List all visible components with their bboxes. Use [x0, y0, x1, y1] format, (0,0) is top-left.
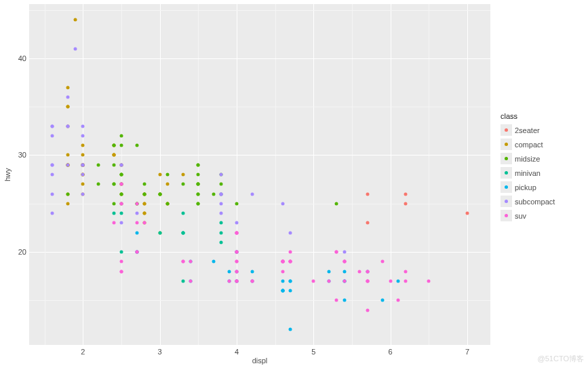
data-point: [143, 221, 146, 225]
gridline-v: [391, 4, 391, 345]
data-point: [66, 105, 69, 109]
data-point: [227, 270, 231, 273]
data-point: [135, 202, 138, 205]
legend-point-icon: [505, 143, 508, 146]
data-point: [404, 202, 408, 205]
data-point: [112, 144, 115, 147]
data-point: [66, 153, 69, 157]
legend-point-icon: [505, 214, 508, 217]
data-point: [335, 251, 338, 254]
gridline-h: [29, 155, 490, 155]
data-point: [66, 124, 69, 128]
data-point: [112, 212, 115, 215]
legend-item: midsize: [501, 153, 555, 164]
legend-title: class: [501, 112, 555, 120]
legend-item: pickup: [501, 181, 555, 193]
data-point: [120, 260, 123, 263]
data-point: [135, 144, 138, 147]
x-tick: 5: [311, 348, 315, 356]
data-point: [81, 163, 85, 166]
data-point: [143, 183, 146, 186]
legend-swatch: [501, 210, 512, 221]
scatter-chart: displ hwy class 2seatercompactmidsizemin…: [0, 0, 588, 366]
data-point: [220, 221, 223, 225]
data-point: [404, 192, 408, 196]
legend-point-icon: [505, 171, 508, 175]
data-point: [181, 212, 184, 215]
data-point: [74, 18, 77, 21]
x-tick: 4: [235, 348, 239, 356]
data-point: [135, 251, 138, 254]
data-point: [181, 231, 184, 234]
data-point: [51, 124, 54, 128]
data-point: [158, 231, 161, 234]
data-point: [335, 299, 338, 302]
legend-point-icon: [505, 185, 508, 189]
data-point: [289, 251, 292, 254]
data-point: [342, 299, 346, 302]
gridline-minor-h: [29, 107, 490, 107]
data-point: [342, 251, 346, 254]
data-point: [120, 134, 123, 137]
data-point: [181, 173, 184, 177]
x-tick: 3: [158, 348, 162, 356]
legend-swatch: [501, 181, 512, 193]
data-point: [197, 173, 200, 177]
data-point: [197, 202, 200, 205]
data-point: [120, 173, 123, 177]
data-point: [289, 260, 292, 263]
legend-label: 2seater: [515, 126, 540, 134]
data-point: [120, 144, 123, 147]
legend-label: midsize: [515, 155, 540, 163]
gridline-v: [313, 4, 314, 345]
data-point: [404, 279, 408, 282]
data-point: [235, 279, 239, 282]
x-tick: 2: [81, 348, 85, 356]
data-point: [366, 279, 369, 282]
legend-swatch: [501, 139, 512, 150]
data-point: [342, 279, 346, 282]
x-axis-label: displ: [29, 356, 490, 365]
y-tick: 20: [6, 248, 26, 256]
data-point: [366, 192, 369, 196]
x-tick: 6: [389, 348, 393, 356]
data-point: [51, 134, 54, 137]
data-point: [81, 144, 85, 147]
data-point: [112, 202, 115, 205]
data-point: [381, 299, 385, 302]
data-point: [397, 299, 400, 302]
data-point: [250, 279, 254, 282]
data-point: [166, 183, 170, 186]
data-point: [112, 153, 115, 157]
data-point: [235, 202, 239, 205]
legend-swatch: [501, 167, 512, 179]
data-point: [281, 202, 285, 205]
data-point: [328, 279, 331, 282]
watermark: @51CTO博客: [538, 354, 584, 364]
data-point: [112, 221, 115, 225]
gridline-minor-v: [352, 4, 353, 345]
data-point: [81, 124, 85, 128]
data-point: [66, 95, 69, 98]
data-point: [289, 231, 292, 234]
gridline-minor-h: [29, 204, 490, 204]
data-point: [281, 289, 285, 293]
data-point: [135, 231, 138, 234]
data-point: [143, 192, 146, 196]
data-point: [135, 221, 138, 225]
data-point: [135, 212, 138, 215]
legend-swatch: [501, 153, 512, 164]
data-point: [220, 183, 223, 186]
legend-point-icon: [505, 200, 508, 203]
data-point: [397, 279, 400, 282]
gridline-v: [237, 4, 237, 345]
data-point: [66, 86, 69, 89]
data-point: [97, 183, 100, 186]
data-point: [404, 270, 408, 273]
data-point: [235, 270, 239, 273]
data-point: [312, 279, 315, 282]
data-point: [143, 202, 146, 205]
data-point: [112, 183, 115, 186]
data-point: [281, 260, 285, 263]
legend-item: subcompact: [501, 196, 555, 207]
